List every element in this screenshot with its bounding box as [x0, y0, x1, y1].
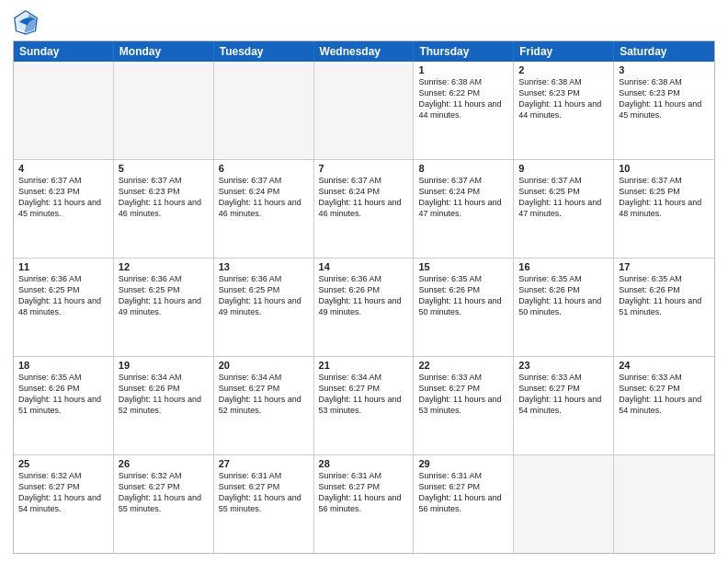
day-number: 25 — [18, 458, 108, 469]
day-cell-4: 4Sunrise: 6:37 AM Sunset: 6:23 PM Daylig… — [14, 160, 114, 258]
day-info: Sunrise: 6:32 AM Sunset: 6:27 PM Dayligh… — [119, 470, 209, 515]
day-info: Sunrise: 6:31 AM Sunset: 6:27 PM Dayligh… — [319, 470, 409, 515]
day-info: Sunrise: 6:37 AM Sunset: 6:24 PM Dayligh… — [219, 175, 309, 220]
day-info: Sunrise: 6:35 AM Sunset: 6:26 PM Dayligh… — [619, 273, 710, 318]
day-info: Sunrise: 6:34 AM Sunset: 6:27 PM Dayligh… — [219, 372, 309, 417]
day-number: 24 — [619, 360, 710, 371]
day-number: 17 — [619, 261, 710, 272]
day-info: Sunrise: 6:36 AM Sunset: 6:26 PM Dayligh… — [319, 273, 409, 318]
header-cell-sunday: Sunday — [14, 41, 114, 62]
day-info: Sunrise: 6:35 AM Sunset: 6:26 PM Dayligh… — [18, 372, 108, 417]
day-info: Sunrise: 6:31 AM Sunset: 6:27 PM Dayligh… — [418, 470, 508, 515]
day-info: Sunrise: 6:32 AM Sunset: 6:27 PM Dayligh… — [18, 470, 108, 515]
day-info: Sunrise: 6:31 AM Sunset: 6:27 PM Dayligh… — [219, 470, 309, 515]
day-number: 26 — [119, 458, 209, 469]
header-cell-friday: Friday — [514, 41, 614, 62]
day-number: 28 — [319, 458, 409, 469]
day-cell-1: 1Sunrise: 6:38 AM Sunset: 6:22 PM Daylig… — [414, 62, 514, 159]
day-cell-3: 3Sunrise: 6:38 AM Sunset: 6:23 PM Daylig… — [614, 62, 714, 159]
day-number: 27 — [219, 458, 309, 469]
day-cell-21: 21Sunrise: 6:34 AM Sunset: 6:27 PM Dayli… — [314, 357, 415, 454]
day-number: 9 — [518, 163, 609, 174]
day-number: 7 — [319, 163, 409, 174]
day-cell-8: 8Sunrise: 6:37 AM Sunset: 6:24 PM Daylig… — [414, 160, 514, 258]
day-info: Sunrise: 6:36 AM Sunset: 6:25 PM Dayligh… — [18, 273, 108, 318]
day-number: 20 — [219, 360, 309, 371]
day-cell-20: 20Sunrise: 6:34 AM Sunset: 6:27 PM Dayli… — [214, 357, 314, 454]
calendar-body: 1Sunrise: 6:38 AM Sunset: 6:22 PM Daylig… — [14, 62, 714, 553]
header — [13, 9, 715, 35]
day-cell-24: 24Sunrise: 6:33 AM Sunset: 6:27 PM Dayli… — [614, 357, 714, 454]
header-cell-thursday: Thursday — [414, 41, 514, 62]
day-info: Sunrise: 6:37 AM Sunset: 6:24 PM Dayligh… — [418, 175, 508, 220]
logo — [13, 9, 42, 35]
day-info: Sunrise: 6:37 AM Sunset: 6:23 PM Dayligh… — [18, 175, 108, 220]
calendar: SundayMondayTuesdayWednesdayThursdayFrid… — [13, 40, 715, 554]
day-info: Sunrise: 6:33 AM Sunset: 6:27 PM Dayligh… — [518, 372, 609, 417]
day-info: Sunrise: 6:38 AM Sunset: 6:23 PM Dayligh… — [518, 76, 609, 121]
day-cell-29: 29Sunrise: 6:31 AM Sunset: 6:27 PM Dayli… — [414, 455, 514, 553]
header-cell-saturday: Saturday — [614, 41, 714, 62]
day-cell-7: 7Sunrise: 6:37 AM Sunset: 6:24 PM Daylig… — [314, 160, 415, 258]
empty-cell — [514, 455, 614, 553]
day-number: 4 — [18, 163, 108, 174]
empty-cell — [614, 455, 714, 553]
day-number: 18 — [18, 360, 108, 371]
day-info: Sunrise: 6:37 AM Sunset: 6:25 PM Dayligh… — [619, 175, 710, 220]
day-number: 3 — [619, 64, 710, 75]
day-info: Sunrise: 6:33 AM Sunset: 6:27 PM Dayligh… — [619, 372, 710, 417]
day-number: 11 — [18, 261, 108, 272]
day-info: Sunrise: 6:37 AM Sunset: 6:23 PM Dayligh… — [119, 175, 209, 220]
day-cell-5: 5Sunrise: 6:37 AM Sunset: 6:23 PM Daylig… — [114, 160, 214, 258]
calendar-row-3: 18Sunrise: 6:35 AM Sunset: 6:26 PM Dayli… — [14, 356, 714, 454]
day-number: 2 — [518, 64, 609, 75]
day-cell-25: 25Sunrise: 6:32 AM Sunset: 6:27 PM Dayli… — [14, 455, 114, 553]
header-cell-tuesday: Tuesday — [214, 41, 314, 62]
day-number: 14 — [319, 261, 409, 272]
day-cell-26: 26Sunrise: 6:32 AM Sunset: 6:27 PM Dayli… — [114, 455, 214, 553]
calendar-header: SundayMondayTuesdayWednesdayThursdayFrid… — [14, 41, 714, 62]
day-number: 6 — [219, 163, 309, 174]
day-info: Sunrise: 6:36 AM Sunset: 6:25 PM Dayligh… — [119, 273, 209, 318]
day-info: Sunrise: 6:35 AM Sunset: 6:26 PM Dayligh… — [418, 273, 508, 318]
day-info: Sunrise: 6:34 AM Sunset: 6:27 PM Dayligh… — [319, 372, 409, 417]
day-cell-22: 22Sunrise: 6:33 AM Sunset: 6:27 PM Dayli… — [414, 357, 514, 454]
logo-icon — [13, 9, 39, 35]
calendar-row-2: 11Sunrise: 6:36 AM Sunset: 6:25 PM Dayli… — [14, 258, 714, 356]
day-number: 8 — [418, 163, 508, 174]
empty-cell — [14, 62, 114, 159]
day-number: 21 — [319, 360, 409, 371]
header-cell-monday: Monday — [114, 41, 214, 62]
day-info: Sunrise: 6:38 AM Sunset: 6:22 PM Dayligh… — [418, 76, 508, 121]
day-cell-17: 17Sunrise: 6:35 AM Sunset: 6:26 PM Dayli… — [614, 259, 714, 356]
day-info: Sunrise: 6:33 AM Sunset: 6:27 PM Dayligh… — [418, 372, 508, 417]
empty-cell — [214, 62, 314, 159]
day-number: 29 — [418, 458, 508, 469]
day-cell-16: 16Sunrise: 6:35 AM Sunset: 6:26 PM Dayli… — [514, 259, 614, 356]
day-cell-14: 14Sunrise: 6:36 AM Sunset: 6:26 PM Dayli… — [314, 259, 415, 356]
empty-cell — [314, 62, 415, 159]
day-cell-9: 9Sunrise: 6:37 AM Sunset: 6:25 PM Daylig… — [514, 160, 614, 258]
day-cell-11: 11Sunrise: 6:36 AM Sunset: 6:25 PM Dayli… — [14, 259, 114, 356]
day-cell-6: 6Sunrise: 6:37 AM Sunset: 6:24 PM Daylig… — [214, 160, 314, 258]
day-cell-28: 28Sunrise: 6:31 AM Sunset: 6:27 PM Dayli… — [314, 455, 415, 553]
calendar-row-1: 4Sunrise: 6:37 AM Sunset: 6:23 PM Daylig… — [14, 159, 714, 258]
day-info: Sunrise: 6:38 AM Sunset: 6:23 PM Dayligh… — [619, 76, 710, 121]
day-number: 10 — [619, 163, 710, 174]
day-cell-13: 13Sunrise: 6:36 AM Sunset: 6:25 PM Dayli… — [214, 259, 314, 356]
day-info: Sunrise: 6:35 AM Sunset: 6:26 PM Dayligh… — [518, 273, 609, 318]
header-cell-wednesday: Wednesday — [314, 41, 415, 62]
day-number: 19 — [119, 360, 209, 371]
day-number: 12 — [119, 261, 209, 272]
empty-cell — [114, 62, 214, 159]
day-cell-2: 2Sunrise: 6:38 AM Sunset: 6:23 PM Daylig… — [514, 62, 614, 159]
day-cell-27: 27Sunrise: 6:31 AM Sunset: 6:27 PM Dayli… — [214, 455, 314, 553]
day-number: 15 — [418, 261, 508, 272]
day-number: 5 — [119, 163, 209, 174]
day-number: 16 — [518, 261, 609, 272]
calendar-row-4: 25Sunrise: 6:32 AM Sunset: 6:27 PM Dayli… — [14, 454, 714, 553]
day-info: Sunrise: 6:36 AM Sunset: 6:25 PM Dayligh… — [219, 273, 309, 318]
page: SundayMondayTuesdayWednesdayThursdayFrid… — [0, 0, 728, 563]
day-cell-12: 12Sunrise: 6:36 AM Sunset: 6:25 PM Dayli… — [114, 259, 214, 356]
day-cell-19: 19Sunrise: 6:34 AM Sunset: 6:26 PM Dayli… — [114, 357, 214, 454]
